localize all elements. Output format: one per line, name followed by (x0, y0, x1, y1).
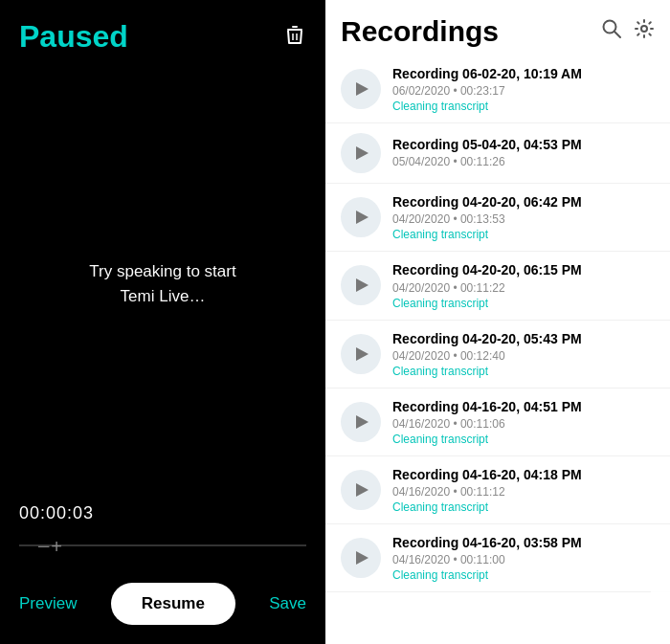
play-button-5[interactable] (341, 402, 381, 442)
play-button-1[interactable] (341, 133, 381, 173)
left-panel: Paused Try speaking to startTemi Live… 0… (0, 0, 325, 644)
svg-rect-1 (292, 26, 298, 28)
recording-date: 04/16/2020 • 00:11:00 (392, 553, 655, 566)
recording-item: Recording 04-16-20, 03:58 PM 04/16/2020 … (325, 524, 670, 592)
recording-date: 04/20/2020 • 00:12:40 (392, 349, 655, 363)
recording-name: Recording 04-16-20, 03:58 PM (392, 534, 655, 551)
play-icon (356, 146, 368, 160)
recording-date: 06/02/2020 • 00:23:17 (392, 84, 655, 98)
cleaning-status: Cleaning transcript (392, 500, 655, 514)
recording-info: Recording 05-04-20, 04:53 PM 05/04/2020 … (392, 136, 655, 170)
recording-item: Recording 04-20-20, 05:43 PM 04/20/2020 … (325, 321, 670, 389)
recording-item: Recording 05-04-20, 04:53 PM 05/04/2020 … (325, 123, 670, 184)
recording-name: Recording 04-16-20, 04:18 PM (392, 466, 655, 483)
recording-info: Recording 04-20-20, 06:42 PM 04/20/2020 … (392, 193, 655, 241)
recording-name: Recording 04-20-20, 06:42 PM (392, 193, 655, 211)
paused-title: Paused (19, 19, 128, 55)
recording-info: Recording 04-16-20, 04:51 PM 04/16/2020 … (392, 398, 655, 446)
recording-info: Recording 04-16-20, 03:58 PM 04/16/2020 … (392, 534, 655, 582)
play-icon (356, 415, 368, 429)
save-button[interactable]: Save (269, 594, 306, 613)
cleaning-status: Cleaning transcript (392, 568, 655, 582)
settings-button[interactable] (634, 18, 655, 45)
recordings-title: Recordings (341, 15, 499, 48)
waveform-area: ─ + (19, 531, 306, 560)
svg-line-5 (614, 32, 620, 37)
recording-date: 04/20/2020 • 00:13:53 (392, 212, 655, 226)
svg-rect-0 (287, 29, 302, 31)
cleaning-status: Cleaning transcript (392, 297, 655, 310)
recording-name: Recording 05-04-20, 04:53 PM (392, 136, 655, 153)
svg-point-6 (641, 26, 647, 32)
recording-name: Recording 04-20-20, 05:43 PM (392, 330, 655, 347)
timer-section: 00:00:03 ─ + (0, 503, 325, 569)
play-icon (356, 347, 368, 361)
preview-button[interactable]: Preview (19, 594, 77, 613)
cleaning-status: Cleaning transcript (392, 433, 655, 446)
recording-info: Recording 04-20-20, 06:15 PM 04/20/2020 … (392, 261, 655, 309)
recordings-list: Recording 06-02-20, 10:19 AM 06/02/2020 … (325, 56, 670, 644)
recording-item: Recording 04-16-20, 04:18 PM 04/16/2020 … (325, 456, 670, 524)
record-button-container: Record (651, 559, 670, 625)
trash-icon (283, 23, 306, 46)
play-button-6[interactable] (341, 470, 381, 510)
recording-item: Recording 04-20-20, 06:15 PM 04/20/2020 … (325, 252, 670, 320)
recording-info: Recording 04-16-20, 04:18 PM 04/16/2020 … (392, 466, 655, 514)
speak-hint-text: Try speaking to startTemi Live… (89, 259, 235, 308)
recording-name: Recording 06-02-20, 10:19 AM (392, 65, 655, 82)
play-button-3[interactable] (341, 265, 381, 305)
left-header: Paused (0, 0, 325, 64)
right-panel: Recordings Recording 06-02-20, 10: (325, 0, 670, 644)
search-icon (601, 18, 622, 39)
play-icon (356, 483, 368, 497)
play-button-7[interactable] (341, 538, 381, 578)
play-button-0[interactable] (341, 69, 381, 109)
resume-button[interactable]: Resume (111, 583, 235, 625)
recording-item: Recording 04-20-20, 06:42 PM 04/20/2020 … (325, 184, 670, 252)
play-button-2[interactable] (341, 197, 381, 237)
recording-date: 04/16/2020 • 00:11:12 (392, 485, 655, 499)
gear-icon (634, 18, 655, 39)
cleaning-status: Cleaning transcript (392, 365, 655, 378)
recording-item: Recording 06-02-20, 10:19 AM 06/02/2020 … (325, 56, 670, 123)
search-button[interactable] (601, 18, 622, 45)
recording-item: Recording 04-16-20, 04:51 PM 04/16/2020 … (325, 389, 670, 456)
timer-display: 00:00:03 (19, 503, 306, 523)
play-icon (356, 82, 368, 96)
recording-date: 04/20/2020 • 00:11:22 (392, 281, 655, 295)
cleaning-status: Cleaning transcript (392, 228, 655, 241)
play-icon (356, 278, 368, 292)
right-header: Recordings (325, 0, 670, 56)
cleaning-status: Cleaning transcript (392, 100, 655, 113)
recording-name: Recording 04-20-20, 06:15 PM (392, 261, 655, 278)
recording-date: 05/04/2020 • 00:11:26 (392, 155, 655, 168)
recording-date: 04/16/2020 • 00:11:06 (392, 417, 655, 431)
delete-button[interactable] (283, 23, 306, 52)
play-button-4[interactable] (341, 334, 381, 374)
header-icons (601, 18, 655, 45)
play-icon (356, 211, 368, 224)
recording-info: Recording 04-20-20, 05:43 PM 04/20/2020 … (392, 330, 655, 378)
recording-info: Recording 06-02-20, 10:19 AM 06/02/2020 … (392, 65, 655, 113)
recording-name: Recording 04-16-20, 04:51 PM (392, 398, 655, 415)
play-icon (356, 551, 368, 565)
left-bottom-bar: Preview Resume Save (0, 569, 325, 644)
speak-hint-area: Try speaking to startTemi Live… (0, 64, 325, 503)
